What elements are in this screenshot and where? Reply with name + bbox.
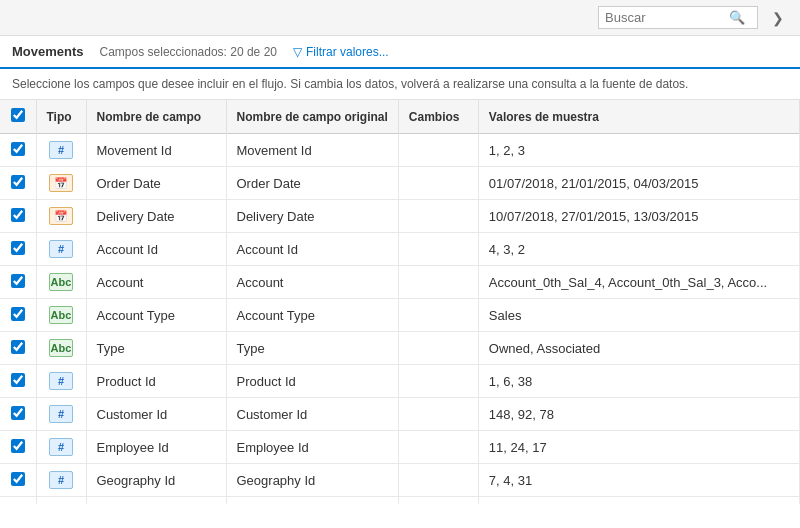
header-nombre-campo: Nombre de campo [86, 100, 226, 134]
row-checkbox-cell[interactable] [0, 431, 36, 464]
table-row: 📅 Order Date Order Date 01/07/2018, 21/0… [0, 167, 800, 200]
filter-icon: ▽ [293, 45, 302, 59]
row-checkbox[interactable] [11, 208, 25, 222]
row-checkbox-cell[interactable] [0, 464, 36, 497]
row-checkbox[interactable] [11, 142, 25, 156]
type-icon-hash: # [49, 438, 73, 456]
row-sample: 1, 6, 38 [478, 365, 799, 398]
row-field-name: Type [86, 332, 226, 365]
header-checkbox-col[interactable] [0, 100, 36, 134]
row-sample: Sales [478, 299, 799, 332]
table-row: # Account Id Account Id 4, 3, 2 [0, 233, 800, 266]
row-sample: Owned, Associated [478, 332, 799, 365]
header-tipo: Tipo [36, 100, 86, 134]
row-original-name: Account Type [226, 299, 398, 332]
row-changes [398, 464, 478, 497]
search-icon: 🔍 [729, 10, 745, 25]
chevron-button[interactable]: ❯ [766, 8, 790, 28]
row-checkbox[interactable] [11, 472, 25, 486]
row-checkbox[interactable] [11, 274, 25, 288]
row-sample: 7, 4, 31 [478, 464, 799, 497]
header-nombre-original: Nombre de campo original [226, 100, 398, 134]
table-row: # Geography Id Geography Id 7, 4, 31 [0, 464, 800, 497]
row-sample: 2 [478, 497, 799, 505]
row-checkbox-cell[interactable] [0, 398, 36, 431]
type-icon-abc: Abc [49, 273, 73, 291]
description-bar: Seleccione los campos que desee incluir … [0, 69, 800, 100]
header-valores-muestra: Valores de muestra [478, 100, 799, 134]
row-checkbox[interactable] [11, 439, 25, 453]
row-field-name: Movement Id [86, 134, 226, 167]
row-checkbox[interactable] [11, 373, 25, 387]
row-original-name: Account [226, 266, 398, 299]
row-checkbox-cell[interactable] [0, 365, 36, 398]
row-type-cell: # [36, 134, 86, 167]
row-type-cell: # [36, 497, 86, 505]
row-checkbox-cell[interactable] [0, 332, 36, 365]
tab-name[interactable]: Movements [12, 44, 84, 59]
row-type-cell: Abc [36, 266, 86, 299]
row-field-name: Units [86, 497, 226, 505]
row-checkbox[interactable] [11, 406, 25, 420]
row-checkbox-cell[interactable] [0, 266, 36, 299]
type-icon-hash: # [49, 141, 73, 159]
row-changes [398, 233, 478, 266]
row-type-cell: # [36, 365, 86, 398]
row-original-name: Customer Id [226, 398, 398, 431]
header-cambios: Cambios [398, 100, 478, 134]
row-field-name: Product Id [86, 365, 226, 398]
row-checkbox[interactable] [11, 307, 25, 321]
select-all-checkbox[interactable] [11, 108, 25, 122]
row-checkbox-cell[interactable] [0, 233, 36, 266]
row-field-name: Account [86, 266, 226, 299]
row-original-name: Product Id [226, 365, 398, 398]
row-sample: 10/07/2018, 27/01/2015, 13/03/2015 [478, 200, 799, 233]
row-checkbox-cell[interactable] [0, 167, 36, 200]
row-checkbox[interactable] [11, 340, 25, 354]
row-changes [398, 332, 478, 365]
table-row: Abc Type Type Owned, Associated [0, 332, 800, 365]
row-sample: 11, 24, 17 [478, 431, 799, 464]
type-icon-hash: # [49, 372, 73, 390]
row-field-name: Order Date [86, 167, 226, 200]
row-changes [398, 497, 478, 505]
search-input[interactable] [605, 10, 725, 25]
row-checkbox-cell[interactable] [0, 200, 36, 233]
row-type-cell: 📅 [36, 167, 86, 200]
row-changes [398, 431, 478, 464]
row-checkbox[interactable] [11, 241, 25, 255]
type-icon-abc: Abc [49, 339, 73, 357]
row-type-cell: # [36, 431, 86, 464]
description-text: Seleccione los campos que desee incluir … [12, 77, 688, 91]
table-container[interactable]: Tipo Nombre de campo Nombre de campo ori… [0, 100, 800, 504]
search-box[interactable]: 🔍 [598, 6, 758, 29]
row-checkbox[interactable] [11, 175, 25, 189]
row-original-name: Order Date [226, 167, 398, 200]
row-original-name: Units [226, 497, 398, 505]
row-original-name: Employee Id [226, 431, 398, 464]
row-original-name: Movement Id [226, 134, 398, 167]
type-icon-cal: 📅 [49, 207, 73, 225]
row-field-name: Employee Id [86, 431, 226, 464]
row-checkbox-cell[interactable] [0, 299, 36, 332]
row-changes [398, 365, 478, 398]
row-type-cell: # [36, 233, 86, 266]
row-checkbox-cell[interactable] [0, 134, 36, 167]
row-changes [398, 398, 478, 431]
row-field-name: Delivery Date [86, 200, 226, 233]
table-row: # Product Id Product Id 1, 6, 38 [0, 365, 800, 398]
row-sample: 148, 92, 78 [478, 398, 799, 431]
row-field-name: Geography Id [86, 464, 226, 497]
type-icon-hash: # [49, 405, 73, 423]
table-row: 📅 Delivery Date Delivery Date 10/07/2018… [0, 200, 800, 233]
table-row: # Customer Id Customer Id 148, 92, 78 [0, 398, 800, 431]
fields-table: Tipo Nombre de campo Nombre de campo ori… [0, 100, 800, 504]
tab-bar: Movements Campos seleccionados: 20 de 20… [0, 36, 800, 69]
row-sample: 4, 3, 2 [478, 233, 799, 266]
table-header-row: Tipo Nombre de campo Nombre de campo ori… [0, 100, 800, 134]
row-sample: Account_0th_Sal_4, Account_0th_Sal_3, Ac… [478, 266, 799, 299]
table-row: Abc Account Account Account_0th_Sal_4, A… [0, 266, 800, 299]
row-checkbox-cell[interactable] [0, 497, 36, 505]
filter-button[interactable]: ▽ Filtrar valores... [293, 45, 389, 59]
tab-count: Campos seleccionados: 20 de 20 [100, 45, 277, 59]
